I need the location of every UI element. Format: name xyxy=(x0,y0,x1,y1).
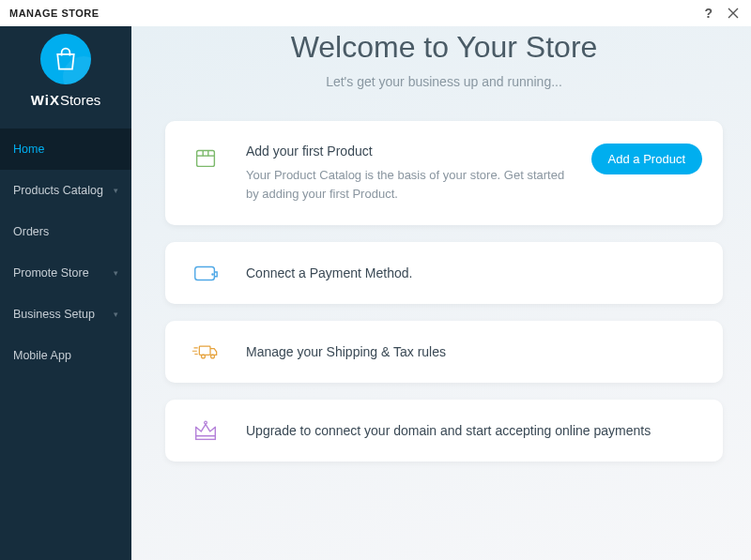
sidebar-item-promote-store[interactable]: Promote Store ▾ xyxy=(0,252,131,294)
box-icon xyxy=(186,144,225,172)
sidebar-item-products-catalog[interactable]: Products Catalog ▾ xyxy=(0,170,131,211)
sidebar-item-business-setup[interactable]: Business Setup ▾ xyxy=(0,294,131,335)
svg-point-7 xyxy=(205,421,207,424)
sidebar-item-label: Products Catalog xyxy=(13,184,114,197)
wallet-icon xyxy=(186,259,225,287)
chevron-down-icon: ▾ xyxy=(114,268,118,278)
add-product-button[interactable]: Add a Product xyxy=(591,144,702,174)
topbar-title: MANAGE STORE xyxy=(9,8,100,19)
svg-rect-6 xyxy=(196,436,216,440)
nav: Home Products Catalog ▾ Orders Promote S… xyxy=(0,129,131,376)
sidebar-item-mobile-app[interactable]: Mobile App xyxy=(0,335,131,376)
svg-point-5 xyxy=(211,355,215,358)
shopping-bag-icon xyxy=(40,34,91,84)
svg-rect-0 xyxy=(197,151,215,167)
sidebar-item-label: Home xyxy=(13,143,118,156)
card-payment-method[interactable]: Connect a Payment Method. xyxy=(165,242,723,304)
brand: WiXStores xyxy=(0,26,131,123)
card-desc: Your Product Catalog is the basis of you… xyxy=(246,166,576,203)
svg-point-2 xyxy=(211,273,213,275)
chevron-down-icon: ▾ xyxy=(114,186,118,195)
page-subtitle: Let's get your business up and running..… xyxy=(165,74,723,89)
sidebar-item-label: Business Setup xyxy=(13,308,114,321)
close-icon[interactable] xyxy=(725,5,742,22)
card-title: Add your first Product xyxy=(246,144,576,159)
card-upgrade[interactable]: Upgrade to connect your domain and start… xyxy=(165,400,723,462)
sidebar-item-label: Promote Store xyxy=(13,266,114,280)
sidebar-item-home[interactable]: Home xyxy=(0,129,131,170)
crown-icon xyxy=(186,416,225,445)
card-shipping-tax[interactable]: Manage your Shipping & Tax rules xyxy=(165,321,723,383)
onboarding-cards: Add your first Product Your Product Cata… xyxy=(165,121,723,462)
card-title: Connect a Payment Method. xyxy=(246,265,702,280)
sidebar-item-orders[interactable]: Orders xyxy=(0,211,131,252)
sidebar-item-label: Mobile App xyxy=(13,349,118,362)
brand-name: WiXStores xyxy=(31,92,101,108)
sidebar: WiXStores Home Products Catalog ▾ Orders… xyxy=(0,26,131,560)
help-icon[interactable]: ? xyxy=(700,5,717,22)
chevron-down-icon: ▾ xyxy=(114,310,118,319)
card-title: Manage your Shipping & Tax rules xyxy=(246,344,702,359)
svg-rect-1 xyxy=(195,266,215,280)
sidebar-item-label: Orders xyxy=(13,225,118,238)
card-title: Upgrade to connect your domain and start… xyxy=(246,423,702,438)
main-content: Welcome to Your Store Let's get your bus… xyxy=(131,26,751,560)
topbar: MANAGE STORE ? xyxy=(0,0,751,26)
truck-icon xyxy=(186,338,225,366)
page-title: Welcome to Your Store xyxy=(165,30,723,65)
svg-rect-3 xyxy=(199,346,210,355)
svg-point-4 xyxy=(202,355,206,358)
card-add-product: Add your first Product Your Product Cata… xyxy=(165,121,723,225)
